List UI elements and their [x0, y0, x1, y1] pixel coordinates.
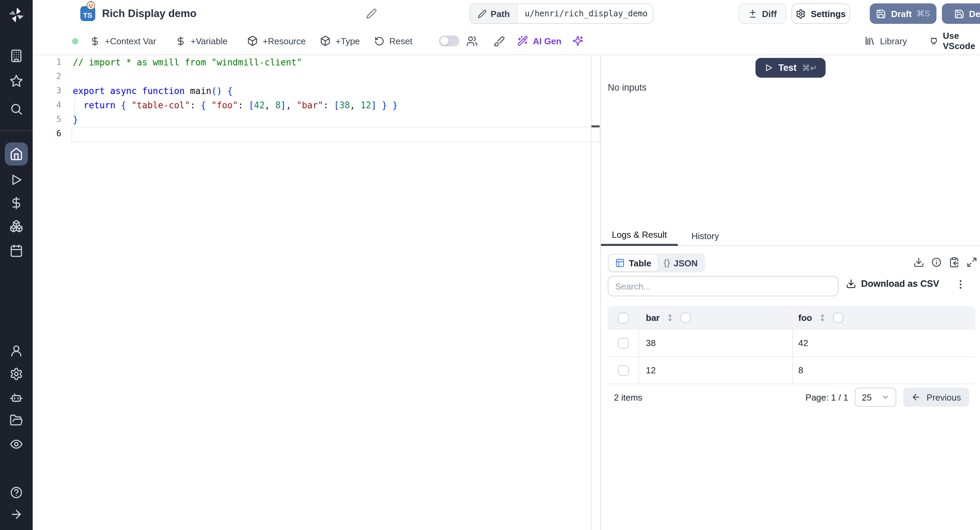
- sidebar-item-resources[interactable]: [0, 219, 33, 233]
- view-toggle-json[interactable]: {} JSON: [657, 255, 704, 271]
- table-search-row: Download as CSV: [601, 276, 980, 296]
- sparkles-icon: [572, 35, 583, 46]
- sidebar-item-variables[interactable]: [0, 196, 33, 210]
- top-bar: TS Rich Display demo Path u/henri/rich_d…: [33, 0, 980, 27]
- search-input[interactable]: [608, 276, 838, 296]
- add-resource-button[interactable]: +Resource: [247, 27, 305, 54]
- sidebar-item-runs[interactable]: [0, 173, 33, 187]
- add-variable-button[interactable]: +Variable: [176, 27, 228, 54]
- sidebar-item-schedules[interactable]: [0, 244, 33, 257]
- sidebar-item-search[interactable]: [0, 102, 33, 116]
- sidebar-item-users[interactable]: [0, 344, 33, 358]
- code-line[interactable]: 6: [33, 127, 600, 141]
- download-csv-button[interactable]: Download as CSV: [846, 279, 939, 289]
- column-header-bar[interactable]: bar: [639, 313, 793, 323]
- reset-button[interactable]: Reset: [374, 27, 412, 54]
- collaboration-button[interactable]: [466, 27, 478, 54]
- code-editor[interactable]: 1// import * as wmill from "windmill-cli…: [33, 55, 600, 530]
- download-result-button[interactable]: [913, 257, 924, 268]
- add-type-button[interactable]: +Type: [320, 27, 360, 54]
- save-draft-button[interactable]: Draft ⌘S: [870, 3, 937, 24]
- path-value: u/henri/rich_display_demo: [518, 4, 653, 23]
- sidebar: [0, 0, 33, 530]
- run-result-pane: Test ⌘↵ No inputs Logs & Result History …: [601, 55, 980, 530]
- column-checkbox[interactable]: [681, 313, 691, 323]
- draft-label: Draft: [891, 8, 912, 19]
- status-indicator-green: [72, 38, 78, 44]
- code-line[interactable]: 5}: [33, 112, 600, 127]
- ai-suggestions-button[interactable]: [572, 27, 583, 54]
- tab-history[interactable]: History: [678, 225, 733, 246]
- path-edit-button[interactable]: Path: [470, 4, 518, 23]
- sidebar-item-workers[interactable]: [0, 391, 33, 405]
- editor-toolbar: +Context Var +Variable +Resource +Type R…: [33, 27, 980, 55]
- expand-result-button[interactable]: [966, 257, 977, 268]
- sidebar-item-workspace[interactable]: [0, 49, 33, 63]
- library-button[interactable]: Library: [864, 27, 907, 54]
- sidebar-item-folders[interactable]: [0, 413, 33, 427]
- copy-result-button[interactable]: [949, 257, 959, 268]
- gear-icon: [10, 367, 23, 381]
- add-context-var-button[interactable]: +Context Var: [90, 27, 156, 54]
- column-header-foo[interactable]: foo: [793, 313, 975, 323]
- test-button[interactable]: Test ⌘↵: [755, 58, 826, 78]
- arrow-left-icon: [912, 393, 921, 402]
- code-lines: 1// import * as wmill from "windmill-cli…: [33, 55, 600, 141]
- dollar-icon: [90, 36, 100, 46]
- sort-icon[interactable]: [666, 313, 675, 322]
- column-label: foo: [798, 313, 812, 323]
- code-line[interactable]: 2: [33, 69, 600, 84]
- add-variable-label: +Variable: [191, 36, 228, 46]
- column-checkbox[interactable]: [833, 313, 843, 323]
- sidebar-item-audit-logs[interactable]: [0, 437, 33, 451]
- code-line[interactable]: 4 return { "table-col": { "foo": [42, 8]…: [33, 98, 600, 112]
- result-info-button[interactable]: [931, 257, 942, 268]
- sidebar-item-favorites[interactable]: [0, 74, 33, 88]
- sidebar-item-home-active[interactable]: [5, 142, 28, 166]
- user-icon: [10, 344, 23, 358]
- use-vscode-label: Use VScode: [943, 31, 980, 51]
- eye-icon: [10, 437, 23, 451]
- table-row[interactable]: 38 42: [608, 330, 975, 357]
- reset-label: Reset: [389, 36, 412, 46]
- result-view-controls: Table {} JSON: [601, 254, 980, 273]
- table-row[interactable]: 12 8: [608, 357, 975, 384]
- select-all-checkbox[interactable]: [618, 312, 629, 323]
- row-checkbox[interactable]: [617, 338, 628, 348]
- page-indicator: Page: 1 / 1: [805, 392, 848, 402]
- deploy-button[interactable]: Deploy: [942, 3, 980, 24]
- use-vscode-button[interactable]: Use VScode: [930, 27, 980, 54]
- tab-logs-and-result[interactable]: Logs & Result: [601, 225, 678, 246]
- diff-button[interactable]: Diff: [738, 3, 786, 24]
- page-size-select[interactable]: 25: [855, 388, 897, 407]
- sidebar-item-help[interactable]: [0, 486, 33, 499]
- table-menu-button[interactable]: [955, 279, 966, 290]
- format-code-button[interactable]: [493, 27, 505, 54]
- sidebar-item-settings[interactable]: [0, 367, 33, 381]
- path-widget[interactable]: Path u/henri/rich_display_demo: [469, 3, 653, 24]
- sort-icon[interactable]: [818, 313, 827, 322]
- diff-mode-toggle[interactable]: [439, 35, 460, 46]
- library-label: Library: [880, 36, 907, 46]
- code-line[interactable]: 3export async function main() {: [33, 84, 600, 98]
- ai-gen-button[interactable]: AI Gen: [517, 27, 562, 54]
- dollar-icon: [10, 196, 23, 210]
- settings-button[interactable]: Settings: [791, 3, 850, 24]
- row-checkbox[interactable]: [617, 365, 628, 376]
- vscode-cat-icon: [930, 35, 938, 47]
- edit-title-button[interactable]: [366, 8, 377, 19]
- view-toggle-json-label: JSON: [673, 258, 698, 268]
- home-icon: [10, 147, 23, 161]
- result-action-icons: [913, 257, 977, 268]
- view-toggle-table[interactable]: Table: [609, 255, 657, 271]
- table-cell: 42: [793, 329, 975, 357]
- windmill-logo[interactable]: [0, 6, 33, 24]
- table-cell: 8: [793, 357, 975, 384]
- typescript-badge-label: TS: [83, 11, 92, 19]
- previous-page-button[interactable]: Previous: [904, 388, 969, 407]
- save-icon: [876, 8, 886, 19]
- code-text: return { "table-col": { "foo": [42, 8], …: [72, 98, 398, 112]
- add-context-var-label: +Context Var: [105, 36, 156, 46]
- sidebar-expand-button[interactable]: [0, 508, 33, 521]
- code-line[interactable]: 1// import * as wmill from "windmill-cli…: [33, 55, 600, 69]
